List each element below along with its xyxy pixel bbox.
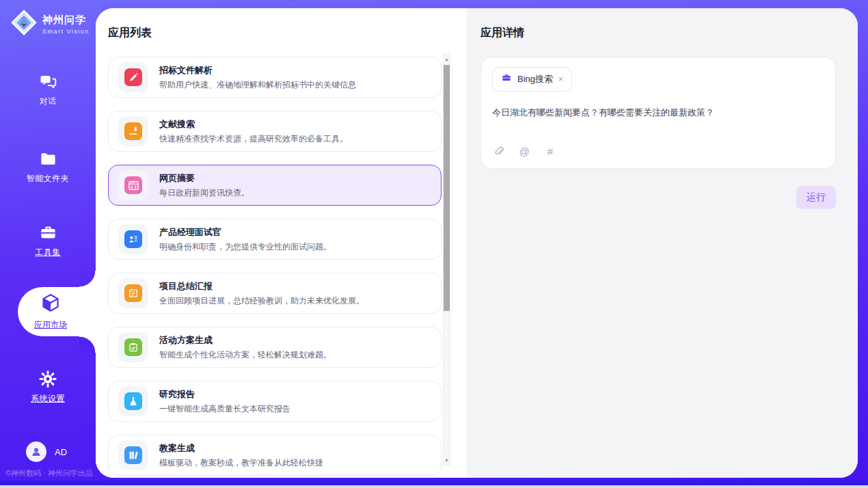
- query-text[interactable]: 今日湖北有哪些新闻要点？有哪些需要关注的最新政策？: [492, 107, 824, 119]
- sidebar-item-label: 智能文件夹: [27, 173, 70, 185]
- run-button[interactable]: 运行: [796, 186, 836, 209]
- attachment-toolbar: @ #: [492, 145, 556, 157]
- clipboard-icon: [124, 338, 142, 356]
- brand-subtitle: Smart Vision: [42, 28, 90, 35]
- briefcase-icon: [38, 223, 57, 242]
- app-card[interactable]: 产品经理面试官明确身份和职责，为您提供专业性的面试问题。: [108, 219, 442, 260]
- app-description: 模板驱动，教案秒成，教学准备从此轻松快捷: [159, 457, 323, 469]
- briefcase-mini-icon: [501, 72, 512, 86]
- sidebar: 神州问学 Smart Vision 对话智能文件夹工具集应用市场系统设置 AD …: [0, 0, 96, 488]
- prompt-card: Bing搜索 × 今日湖北有哪些新闻要点？有哪些需要关注的最新政策？ @ #: [480, 57, 836, 169]
- app-list-title: 应用列表: [108, 26, 467, 40]
- scrollbar-up-arrow-icon[interactable]: ▲: [444, 55, 450, 63]
- chat-icon: [38, 72, 57, 91]
- app-name: 研究报告: [159, 388, 290, 401]
- app-icon-tile: [118, 224, 148, 254]
- app-card[interactable]: 活动方案生成智能生成个性化活动方案，轻松解决规划难题。: [108, 327, 442, 368]
- app-name: 教案生成: [159, 442, 323, 455]
- book-icon: [124, 122, 142, 140]
- flask-icon: [124, 392, 142, 410]
- hash-icon[interactable]: #: [544, 145, 556, 157]
- scrollbar-down-arrow-icon[interactable]: ▼: [444, 456, 450, 464]
- app-description: 明确身份和职责，为您提供专业性的面试问题。: [159, 241, 331, 253]
- app-icon-tile: [118, 440, 148, 470]
- brand-name: 神州问学: [42, 14, 90, 27]
- sidebar-item-toolset[interactable]: 工具集: [0, 223, 96, 258]
- user-profile[interactable]: AD: [26, 442, 67, 462]
- app-card[interactable]: 招标文件解析帮助用户快速、准确地理解和解析招标书中的关键信息: [108, 57, 442, 98]
- app-name: 产品经理面试官: [159, 226, 331, 239]
- app-list-pane: 应用列表 招标文件解析帮助用户快速、准确地理解和解析招标书中的关键信息文献搜索快…: [96, 8, 467, 478]
- app-description: 智能生成个性化活动方案，轻松解决规划难题。: [159, 349, 331, 361]
- bottom-accent-bar: [0, 480, 868, 485]
- app-icon-tile: [118, 170, 148, 200]
- browser-icon: [124, 176, 142, 194]
- app-card[interactable]: 网页摘要每日政府新闻资讯快查。: [108, 165, 442, 206]
- folder-icon: [38, 149, 57, 168]
- app-icon-tile: [118, 116, 148, 146]
- sidebar-item-app-market[interactable]: 应用市场: [18, 287, 96, 336]
- avatar[interactable]: [26, 442, 46, 462]
- sidebar-item-label: 应用市场: [34, 319, 67, 331]
- scrollbar-thumb[interactable]: [444, 65, 450, 311]
- app-description: 每日政府新闻资讯快查。: [159, 187, 249, 199]
- diamond-logo-icon: [11, 10, 37, 38]
- app-card[interactable]: 研究报告一键智能生成高质量长文本研究报告: [108, 381, 442, 422]
- app-card[interactable]: 项目总结汇报全面回顾项目进展，总结经验教训，助力未来优化发展。: [108, 273, 442, 314]
- brand-logo: 神州问学 Smart Vision: [11, 10, 90, 38]
- app-card[interactable]: 教案生成模板驱动，教案秒成，教学准备从此轻松快捷: [108, 435, 442, 476]
- app-icon-tile: [118, 62, 148, 92]
- app-icon-tile: [118, 278, 148, 308]
- app-icon-tile: [118, 332, 148, 362]
- books-icon: [124, 446, 142, 464]
- scrollbar[interactable]: ▲ ▼: [443, 53, 450, 465]
- app-name: 项目总结汇报: [159, 280, 364, 293]
- person-doc-icon: [124, 230, 142, 248]
- gear-icon: [38, 369, 57, 388]
- sidebar-item-settings[interactable]: 系统设置: [0, 369, 96, 405]
- user-initials: AD: [55, 447, 67, 457]
- app-description: 帮助用户快速、准确地理解和解析招标书中的关键信息: [159, 79, 356, 91]
- sidebar-item-chat[interactable]: 对话: [0, 72, 96, 107]
- sidebar-item-label: 对话: [40, 96, 57, 107]
- cube-icon: [40, 293, 61, 316]
- app-window: 神州问学 Smart Vision 对话智能文件夹工具集应用市场系统设置 AD …: [0, 0, 868, 488]
- sidebar-item-label: 工具集: [35, 247, 61, 258]
- app-description: 全面回顾项目进展，总结经验教训，助力未来优化发展。: [159, 295, 364, 307]
- sidebar-item-smart-folders[interactable]: 智能文件夹: [0, 149, 96, 185]
- app-icon-tile: [118, 386, 148, 416]
- note-icon: [124, 284, 142, 302]
- app-name: 活动方案生成: [159, 334, 331, 347]
- app-name: 网页摘要: [159, 172, 249, 185]
- tool-tag-label: Bing搜索: [517, 73, 553, 85]
- tool-tag-bing-search[interactable]: Bing搜索 ×: [492, 67, 572, 92]
- app-name: 文献搜索: [159, 118, 348, 131]
- sidebar-item-label: 系统设置: [31, 393, 65, 405]
- main-panel: 应用列表 招标文件解析帮助用户快速、准确地理解和解析招标书中的关键信息文献搜索快…: [96, 8, 858, 478]
- app-name: 招标文件解析: [159, 64, 356, 77]
- tool-tag-close-icon[interactable]: ×: [558, 74, 563, 84]
- at-icon[interactable]: @: [518, 145, 530, 157]
- app-detail-title: 应用详情: [480, 26, 858, 40]
- paperclip-icon[interactable]: [492, 145, 504, 157]
- pen-icon: [124, 68, 142, 86]
- app-card-list: 招标文件解析帮助用户快速、准确地理解和解析招标书中的关键信息文献搜索快速精准查找…: [108, 57, 442, 476]
- app-description: 快速精准查找学术资源，提高研究效率的必备工具。: [159, 133, 348, 145]
- app-description: 一键智能生成高质量长文本研究报告: [159, 403, 290, 415]
- copyright-footer: ©神州数码 · 神州问学出品: [5, 468, 93, 478]
- app-card[interactable]: 文献搜索快速精准查找学术资源，提高研究效率的必备工具。: [108, 111, 442, 152]
- app-detail-pane: 应用详情 Bing搜索 × 今日湖北有哪些新闻要点？有哪些需要关注的最新政策？ …: [467, 8, 858, 478]
